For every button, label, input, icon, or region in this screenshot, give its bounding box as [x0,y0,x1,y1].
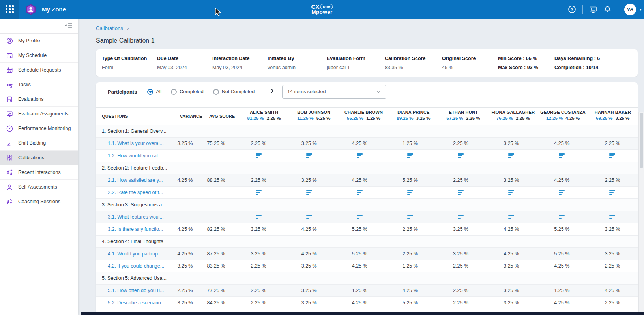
responses-icon[interactable] [406,189,414,196]
score-cell: 3.25 % [436,226,486,232]
score-cell: 2.25 % [436,141,486,146]
responses-icon[interactable] [356,214,363,220]
calibration-table-card: Participants AllCompletedNot Completed 1… [96,82,638,313]
responses-icon[interactable] [558,214,565,220]
sidebar-item-label: Recent Interactions [18,170,61,175]
empty-cell [233,272,284,284]
responses-icon[interactable] [558,189,565,196]
radio-not-completed[interactable]: Not Completed [213,89,255,95]
score-cell: 2.25 % [436,288,486,293]
horizontal-scrollbar[interactable] [81,312,644,315]
responses-icon[interactable] [305,153,313,159]
sidebar-item-performance-monitoring[interactable]: Performance Monitoring [0,121,78,136]
section-label: 1. Section 1: General Overv... [96,128,233,134]
radio-completed[interactable]: Completed [171,89,203,95]
responses-icon[interactable] [608,214,616,220]
responses-icon[interactable] [457,214,464,220]
summary-field: Evaluation Formjuber-cal-1 [327,56,385,70]
score-cell: 2.25 % [233,138,284,149]
vertical-scrollbar[interactable] [638,112,644,312]
sidebar-item-my-profile[interactable]: My Profile [0,34,78,48]
table-row-question: 1.2. How would you rat... [96,150,638,162]
variance-value: 4.25 % [171,177,199,183]
question-link[interactable]: 2.1. How satisfied are y... [96,177,171,183]
question-link[interactable]: 1.1. What is your overal... [96,141,171,146]
collapse-sidebar-icon[interactable] [65,22,73,30]
evaluator-assignments-icon [6,110,13,117]
app-title: My Zone [42,6,66,13]
score-cell [587,153,638,159]
section-label: 4. Section 4: Final Thoughts [96,239,233,244]
question-link[interactable]: 2.2. Rate the speed of t... [96,190,171,195]
question-link[interactable]: 4.1. Would you particip... [96,251,171,257]
question-link[interactable]: 5.1. How often do you u... [96,288,171,293]
score-cell: 2.25 % [587,177,638,183]
responses-icon[interactable] [356,189,363,196]
sidebar-item-evaluator-assignments[interactable]: Evaluator Assignments [0,107,78,121]
responses-icon[interactable] [558,153,565,159]
responses-icon[interactable] [305,189,313,196]
score-cell [284,189,334,196]
sidebar-item-schedule-requests[interactable]: Schedule Requests [0,63,78,77]
table-row-section: 4. Section 4: Final Thoughts [96,236,638,248]
responses-icon[interactable] [406,153,414,159]
sidebar-item-label: Self Assessments [18,184,57,190]
responses-icon[interactable] [356,153,363,159]
notifications-icon[interactable] [603,5,612,14]
radio-button-icon [213,89,219,95]
question-link[interactable]: 3.1. What features woul... [96,214,171,220]
sidebar-item-shift-bidding[interactable]: Shift Bidding [0,136,78,151]
top-bar: My Zone CXone Mpower ? VA ▾ [0,0,644,19]
app-launcher-button[interactable] [0,0,19,19]
score-cell: 3.25 % [486,300,537,306]
table-row-question: 3.2. Is there any functio...4.25 %82.25 … [96,223,638,236]
responses-icon[interactable] [255,214,262,220]
score-cell: 3.25 % [284,177,334,183]
svg-text:?: ? [571,7,574,12]
responses-icon[interactable] [507,189,515,196]
responses-icon[interactable] [406,214,414,220]
breadcrumb-calibrations-link[interactable]: Calibrations [96,25,123,31]
score-cell: 3.25 % [233,248,284,260]
sidebar-item-calibrations[interactable]: Calibrations [0,151,78,165]
empty-cell [233,236,284,247]
vertical-scrollbar-thumb[interactable] [640,113,643,168]
responses-icon[interactable] [457,153,464,159]
user-avatar[interactable]: VA [624,4,636,15]
question-link[interactable]: 3.2. Is there any functio... [96,226,171,232]
responses-icon[interactable] [507,153,515,159]
radio-label: Completed [180,89,203,94]
responses-icon[interactable] [507,214,515,220]
score-cell: 2.25 % [436,177,486,183]
col-header-avg-score: AVG SCORE [205,114,239,119]
responses-icon[interactable] [608,153,616,159]
radio-all[interactable]: All [147,89,161,95]
summary-field-value: 83.35 % [385,65,442,70]
score-cell: 2.25 % [233,285,284,296]
responses-icon[interactable] [255,153,262,159]
variance-value: 3.25 % [171,263,199,269]
score-cell: 2.25 % [587,141,638,146]
participant-name: DIANA PRINCE [389,110,438,115]
table-row-section: 3. Section 3: Suggestions a... [96,199,638,211]
sidebar-item-my-schedule[interactable]: My Schedule [0,48,78,63]
question-link[interactable]: 4.2. If you could change... [96,263,171,269]
sidebar-item-self-assessments[interactable]: Self Assessments [0,180,78,194]
sidebar-item-evaluations[interactable]: Evaluations [0,92,78,107]
score-cell: 5.25 % [537,226,587,232]
sidebar-item-recent-interactions[interactable]: Recent Interactions [0,165,78,180]
question-link[interactable]: 1.2. How would you rat... [96,153,171,158]
responses-icon[interactable] [305,214,313,220]
screen-share-icon[interactable] [589,5,597,14]
participants-dropdown[interactable]: 14 items selected [282,85,386,99]
responses-icon[interactable] [608,189,616,196]
sidebar: My ProfileMy ScheduleSchedule RequestsTa… [0,19,78,315]
sidebar-item-tasks[interactable]: Tasks [0,77,78,92]
schedule-icon [6,52,13,59]
chevron-down-icon: ▾ [640,7,642,11]
sidebar-item-coaching-sessions[interactable]: Coaching Sessions [0,194,78,209]
help-icon[interactable]: ? [568,5,577,14]
responses-icon[interactable] [255,189,262,196]
question-link[interactable]: 5.2. Describe a scenario... [96,300,171,306]
responses-icon[interactable] [457,189,464,196]
